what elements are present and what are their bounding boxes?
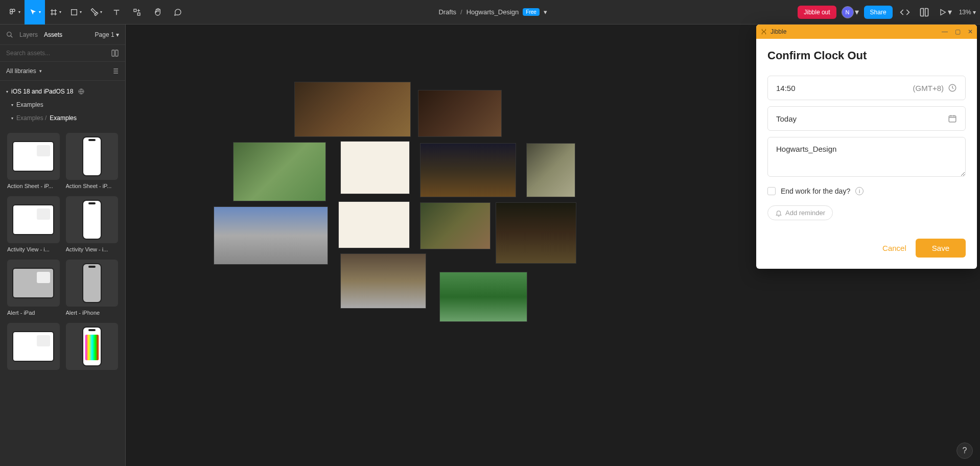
svg-rect-9 (949, 116, 956, 122)
canvas-image[interactable] (340, 141, 410, 194)
hand-tool-button[interactable] (147, 0, 168, 25)
bell-icon (775, 209, 782, 217)
tz-label: (GMT+8) (913, 84, 944, 92)
chevron-down-icon: ▾ (59, 10, 61, 14)
asset-label: Action Sheet - iP... (66, 183, 119, 189)
text-tool-button[interactable] (106, 0, 127, 25)
canvas-image[interactable] (420, 143, 516, 197)
minimize-button[interactable]: — (942, 28, 948, 35)
tree-examples[interactable]: ▾ Examples (0, 98, 125, 111)
asset-card[interactable]: Action Sheet - iP... (66, 133, 119, 189)
file-name[interactable]: Hogwarts_Design (466, 8, 519, 16)
canvas-image[interactable] (233, 142, 326, 201)
date-value: Today (776, 114, 797, 123)
pen-tool-button[interactable]: ▾ (86, 0, 106, 25)
asset-card[interactable]: Action Sheet - iP... (7, 133, 60, 189)
svg-rect-3 (71, 9, 77, 15)
present-icon[interactable]: ▾ (937, 5, 954, 19)
asset-search (0, 45, 125, 62)
caret-down-icon: ▾ (6, 89, 8, 94)
jibble-window-title: Jibble (771, 28, 786, 35)
jibble-titlebar[interactable]: Jibble — ▢ ✕ (756, 25, 977, 39)
tree-library[interactable]: ▾ iOS 18 and iPadOS 18 (0, 85, 125, 98)
zoom-dropdown[interactable]: 13% ▾ (959, 9, 976, 16)
svg-rect-1 (10, 11, 12, 14)
cancel-button[interactable]: Cancel (882, 244, 906, 252)
page-dropdown[interactable]: Page 1 ▾ (95, 31, 119, 38)
asset-card[interactable]: Activity View - i... (7, 196, 60, 252)
asset-search-input[interactable] (6, 50, 107, 57)
info-icon[interactable]: i (855, 187, 864, 195)
tree-examples-sub[interactable]: ▾ Examples / Examples (0, 111, 125, 125)
canvas-image[interactable] (420, 202, 491, 249)
tab-assets[interactable]: Assets (44, 31, 62, 38)
chevron-down-icon[interactable]: ▾ (855, 7, 859, 17)
date-field[interactable]: Today (767, 106, 966, 131)
shape-tool-button[interactable]: ▾ (65, 0, 86, 25)
canvas-image[interactable] (439, 272, 527, 322)
close-button[interactable]: ✕ (968, 28, 973, 35)
note-field[interactable]: Hogwarts_Design (767, 137, 966, 177)
left-sidebar: Layers Assets Page 1 ▾ All libraries ▾ ▾… (0, 25, 126, 466)
canvas-image[interactable] (338, 201, 410, 248)
library-icon[interactable] (917, 5, 931, 19)
breadcrumb: Drafts / Hogwarts_Design Free ▾ (188, 8, 798, 16)
breadcrumb-drafts[interactable]: Drafts (438, 8, 456, 16)
save-button[interactable]: Save (916, 239, 966, 258)
share-button[interactable]: Share (864, 6, 893, 19)
frame-tool-button[interactable]: ▾ (45, 0, 65, 25)
canvas-image[interactable] (294, 82, 411, 137)
chevron-down-icon: ▾ (39, 68, 42, 74)
svg-rect-2 (12, 9, 15, 12)
canvas-image[interactable] (340, 253, 426, 309)
move-tool-button[interactable]: ▾ (25, 0, 45, 25)
asset-card[interactable]: Alert - iPad (7, 260, 60, 316)
comment-tool-button[interactable] (168, 0, 188, 25)
asset-thumb (7, 323, 60, 370)
tab-layers[interactable]: Layers (19, 31, 38, 38)
top-toolbar: ▾ ▾ ▾ ▾ ▾ Drafts / Hogwarts_Design Free … (0, 0, 980, 25)
asset-thumb (66, 196, 119, 243)
jibble-out-button[interactable]: Jibble out (798, 6, 836, 19)
resources-tool-button[interactable] (127, 0, 147, 25)
library-dropdown[interactable]: All libraries ▾ (0, 62, 125, 81)
chevron-down-icon[interactable]: ▾ (544, 8, 547, 16)
dev-mode-icon[interactable] (898, 5, 912, 19)
maximize-button[interactable]: ▢ (955, 28, 961, 35)
figma-menu-button[interactable]: ▾ (4, 0, 25, 25)
canvas-image[interactable] (214, 206, 328, 265)
jibble-heading: Confirm Clock Out (767, 49, 966, 62)
chevron-down-icon: ▾ (18, 10, 20, 14)
asset-label: Alert - iPad (7, 310, 60, 316)
asset-thumb (7, 133, 60, 180)
caret-down-icon: ▾ (11, 116, 13, 121)
chevron-down-icon: ▾ (100, 10, 102, 14)
avatar[interactable]: N (842, 6, 854, 18)
asset-card[interactable]: Activity View - i... (66, 196, 119, 252)
asset-thumb (66, 260, 119, 307)
time-value: 14:50 (776, 84, 796, 92)
plan-badge[interactable]: Free (523, 8, 540, 16)
breadcrumb-separator: / (460, 8, 462, 16)
canvas-image[interactable] (526, 143, 575, 197)
asset-card[interactable]: Alert - iPhone (66, 260, 119, 316)
caret-down-icon: ▾ (11, 103, 13, 107)
asset-tree: ▾ iOS 18 and iPadOS 18 ▾ Examples ▾ Exam… (0, 81, 125, 129)
asset-label: Action Sheet - iP... (7, 183, 60, 189)
canvas-image[interactable] (496, 202, 576, 264)
asset-label: Activity View - i... (7, 246, 60, 252)
canvas-image[interactable] (418, 90, 502, 137)
asset-card[interactable] (66, 323, 119, 370)
list-view-icon[interactable] (111, 67, 119, 75)
asset-label: Activity View - i... (66, 246, 119, 252)
end-day-checkbox[interactable] (767, 187, 776, 195)
search-icon[interactable] (6, 31, 13, 38)
sidebar-tabs: Layers Assets Page 1 ▾ (0, 25, 125, 45)
help-button[interactable]: ? (956, 442, 973, 459)
jibble-body: Confirm Clock Out 14:50 (GMT+8) Today Ho… (756, 39, 977, 269)
asset-card[interactable] (7, 323, 60, 370)
jibble-logo-icon (760, 28, 767, 35)
add-reminder-button[interactable]: Add reminder (767, 205, 833, 220)
time-field[interactable]: 14:50 (GMT+8) (767, 76, 966, 100)
library-icon[interactable] (111, 49, 119, 57)
